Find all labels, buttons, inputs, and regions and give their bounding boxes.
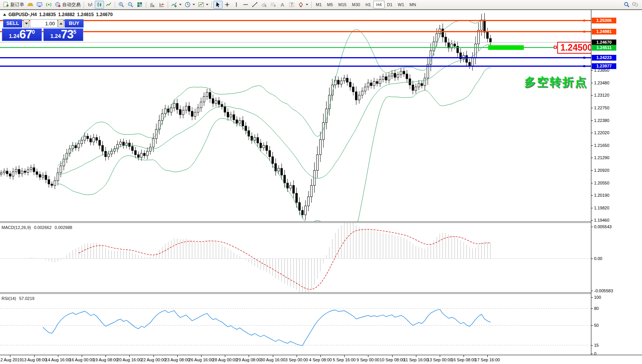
- text-button[interactable]: A: [278, 1, 287, 9]
- time-tick: [440, 355, 440, 357]
- arrows-button[interactable]: [296, 1, 310, 9]
- timeframe-mn[interactable]: MN: [407, 1, 419, 8]
- auto-scroll-button[interactable]: [148, 1, 157, 9]
- timeframe-m30[interactable]: M30: [349, 1, 363, 8]
- timeframe-d1[interactable]: D1: [385, 1, 395, 8]
- chat-icon[interactable]: [632, 2, 638, 8]
- level-node[interactable]: [583, 20, 585, 21]
- svg-text:A: A: [281, 2, 284, 8]
- market-watch-button[interactable]: [26, 1, 35, 9]
- price-box-anchor[interactable]: [554, 46, 557, 49]
- sell-button[interactable]: SELL: [3, 19, 22, 28]
- volume-down-button[interactable]: [23, 19, 29, 28]
- level-line-1.23977[interactable]: [0, 66, 591, 67]
- line-chart-button[interactable]: [104, 1, 113, 9]
- price-pane[interactable]: GBPUSD-,H4 1.24835 1.24882 1.24615 1.246…: [0, 10, 591, 221]
- volume-input[interactable]: [30, 19, 58, 28]
- text-label-button[interactable]: T: [287, 1, 296, 9]
- rsi-tick-label: 15: [594, 343, 599, 348]
- macd-tick-label: -0.005583: [594, 288, 613, 293]
- time-tick: [392, 355, 393, 357]
- buy-price-box[interactable]: 1.24735: [43, 28, 83, 41]
- time-label: 23 Aug 08:00: [165, 357, 190, 362]
- bar-chart-button[interactable]: [86, 1, 95, 9]
- chart-shift-button[interactable]: [157, 1, 166, 9]
- new-order-button[interactable]: 新订单: [2, 1, 26, 9]
- level-line-1.24670[interactable]: [0, 42, 591, 43]
- fibonacci-button[interactable]: F: [269, 1, 278, 9]
- tile-windows-button[interactable]: [135, 1, 144, 9]
- timeframe-h4[interactable]: H4: [373, 1, 384, 8]
- price-tag-1.24511: 1.24511: [592, 45, 616, 51]
- level-line-1.24981[interactable]: [0, 31, 591, 32]
- time-label: 14 Aug 16:00: [46, 357, 71, 362]
- buy-button[interactable]: BUY: [64, 19, 84, 28]
- volume-up-button[interactable]: [58, 19, 64, 28]
- periods-button[interactable]: [183, 1, 196, 9]
- price-tick-label: 1.20920: [594, 168, 609, 173]
- rsi-tick-label: 80: [594, 306, 599, 311]
- arrows-shapes-icon: [298, 2, 304, 8]
- time-tick: [344, 355, 345, 357]
- level-line-1.25306[interactable]: [0, 20, 591, 21]
- terminal-button[interactable]: [35, 1, 44, 9]
- auto-trading-button[interactable]: 自动交易: [53, 1, 82, 9]
- zoom-out-icon: [127, 2, 134, 8]
- templates-button[interactable]: [196, 1, 210, 9]
- ohlc-close: 1.24670: [96, 12, 112, 17]
- time-tick: [10, 355, 10, 357]
- price-tag-1.24670: 1.24670: [592, 40, 616, 45]
- zoom-in-button[interactable]: [117, 1, 126, 9]
- rsi-tick-label: 100: [594, 295, 601, 300]
- sell-price-box[interactable]: 1.24670: [2, 28, 42, 41]
- macd-pane[interactable]: MACD(12,26,9) 0.002662 0.002988: [0, 223, 591, 292]
- level-node[interactable]: [583, 31, 585, 33]
- time-tick: [416, 355, 416, 357]
- price-tick-label: 1.19460: [594, 218, 609, 222]
- time-label: 30 Aug 16:00: [261, 357, 286, 362]
- toolbar-separator: [84, 2, 84, 8]
- rsi-label: RSI(14) 57.0219: [2, 296, 35, 301]
- trendline-button[interactable]: [250, 1, 259, 9]
- zoom-out-button[interactable]: [126, 1, 135, 9]
- level-line-1.24223[interactable]: [0, 57, 591, 58]
- chinese-note-label[interactable]: 多空转折点: [524, 74, 588, 90]
- timeframe-m15[interactable]: M15: [336, 1, 349, 8]
- timeframe-w1[interactable]: W1: [395, 1, 407, 8]
- cursor-button[interactable]: [213, 1, 223, 9]
- signal-button[interactable]: [44, 1, 53, 9]
- axis-tick: [591, 133, 593, 133]
- indicators-button[interactable]: [170, 1, 183, 9]
- candlestick-chart-button[interactable]: [95, 1, 104, 9]
- toolbar-separator: [168, 2, 168, 8]
- highlight-bar[interactable]: [488, 45, 524, 50]
- vertical-line-button[interactable]: [232, 1, 241, 9]
- auto-trading-label: 自动交易: [62, 2, 81, 8]
- svg-text:F: F: [274, 5, 276, 7]
- price-tick-label: 1.22380: [594, 118, 609, 123]
- equidistant-channel-button[interactable]: E: [259, 1, 269, 9]
- macd-tick-label: 0.00: [594, 256, 602, 261]
- new-order-label: 新订单: [10, 2, 24, 8]
- time-tick: [368, 355, 368, 357]
- dropdown-caret: [193, 4, 195, 5]
- toolbar-separator: [115, 2, 115, 8]
- rsi-pane[interactable]: RSI(14) 57.0219: [0, 294, 591, 355]
- level-node[interactable]: [583, 65, 585, 67]
- crosshair-button[interactable]: [223, 1, 232, 9]
- level-node[interactable]: [583, 57, 585, 59]
- pane-separator[interactable]: [0, 292, 642, 293]
- price-axis[interactable]: 1.238501.234801.231201.227501.223801.220…: [591, 10, 642, 355]
- search-icon[interactable]: [624, 2, 630, 8]
- time-axis[interactable]: 12 Aug 201913 Aug 08:0014 Aug 16:0016 Au…: [0, 355, 642, 364]
- candlestick-chart-icon: [96, 2, 102, 8]
- time-tick: [58, 355, 58, 357]
- pane-separator[interactable]: [0, 221, 642, 222]
- timeframe-m5[interactable]: M5: [324, 1, 335, 8]
- timeframe-m1[interactable]: M1: [313, 1, 324, 8]
- collapse-arrow-icon[interactable]: [3, 13, 6, 16]
- price-box-label[interactable]: 1.24500: [557, 42, 591, 54]
- timeframe-h1[interactable]: H1: [363, 1, 373, 8]
- horizontal-line-button[interactable]: [241, 1, 250, 9]
- crosshair-icon: [224, 2, 230, 8]
